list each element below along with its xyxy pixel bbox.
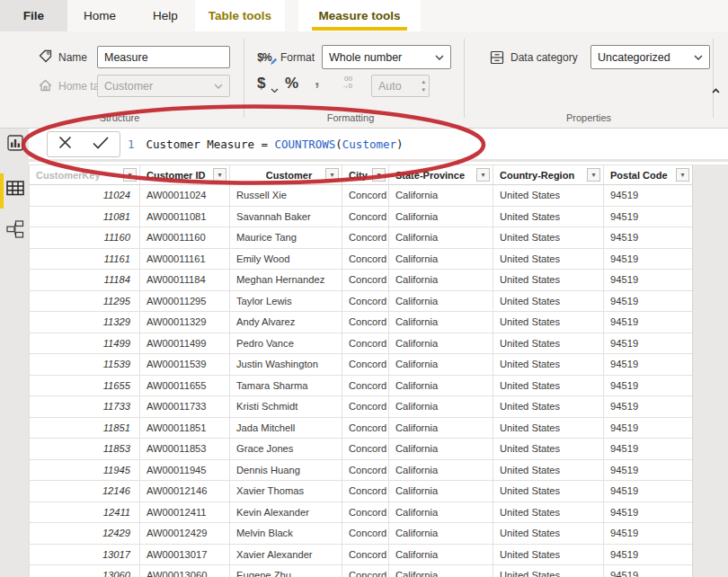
table-cell[interactable]: California [389,312,493,333]
table-cell[interactable]: Dennis Huang [230,459,342,481]
table-cell[interactable]: 12411 [30,502,140,523]
format-dropdown[interactable]: Whole number [322,45,451,69]
table-cell[interactable]: Concord [342,396,389,418]
table-cell[interactable]: Concord [342,481,389,502]
table-cell[interactable]: AW00011499 [140,333,230,354]
table-cell[interactable]: AW00011945 [140,459,230,481]
table-cell[interactable]: Concord [342,565,389,577]
table-cell[interactable]: California [389,206,493,227]
table-cell[interactable]: United States [493,396,604,418]
table-cell[interactable]: Concord [342,502,389,523]
table-cell[interactable]: Concord [342,312,389,333]
table-row[interactable]: 11539AW00011539Justin WashingtonConcordC… [30,354,693,376]
tab-file[interactable]: File [0,0,67,31]
table-cell[interactable]: 94519 [604,290,693,312]
table-cell[interactable]: 13017 [30,544,140,565]
table-cell[interactable]: United States [493,333,604,354]
table-cell[interactable]: 12146 [30,481,140,502]
table-row[interactable]: 11655AW00011655Tamara SharmaConcordCalif… [30,375,693,396]
tab-home[interactable]: Home [72,0,128,31]
home-table-dropdown[interactable]: Customer [97,75,230,97]
table-cell[interactable]: United States [493,439,604,460]
table-cell[interactable]: United States [493,502,604,523]
table-cell[interactable]: AW00011853 [140,439,230,460]
table-row[interactable]: 11329AW00011329Andy AlvarezConcordCalifo… [30,312,693,333]
table-cell[interactable]: Russell Xie [230,185,342,207]
model-view-icon[interactable] [6,220,24,238]
table-cell[interactable]: Savannah Baker [230,206,342,227]
table-cell[interactable]: Melvin Black [230,523,342,545]
table-cell[interactable]: Concord [342,459,389,481]
table-cell[interactable]: Xavier Thomas [230,481,342,502]
table-cell[interactable]: 12429 [30,523,140,545]
table-cell[interactable]: California [389,333,493,354]
table-cell[interactable]: Emily Wood [230,248,342,270]
currency-format-button[interactable]: $ [257,75,265,93]
table-cell[interactable]: 13060 [30,565,140,577]
table-cell[interactable]: 11329 [30,312,140,333]
table-cell[interactable]: Eugene Zhu [230,565,342,577]
measure-name-input[interactable]: Measure [97,46,230,68]
table-cell[interactable]: Concord [342,354,389,376]
table-cell[interactable]: California [389,185,493,207]
table-row[interactable]: 11733AW00011733Kristi SchmidtConcordCali… [30,396,693,418]
table-cell[interactable]: 11539 [30,354,140,376]
table-row[interactable]: 11161AW00011161Emily WoodConcordCaliforn… [30,248,693,270]
table-row[interactable]: 11184AW00011184Meghan HernandezConcordCa… [30,270,693,291]
table-cell[interactable]: California [389,459,493,481]
table-cell[interactable]: United States [493,206,604,227]
column-filter-button[interactable]: ▾ [123,168,137,182]
table-cell[interactable]: 94519 [604,312,693,333]
percent-format-button[interactable]: % [285,75,298,93]
table-cell[interactable]: AW00011081 [140,206,230,227]
table-cell[interactable]: AW00011329 [140,312,230,333]
table-cell[interactable]: Justin Washington [230,354,342,376]
table-cell[interactable]: 94519 [604,502,693,523]
table-row[interactable]: 13060AW00013060Eugene ZhuConcordCaliforn… [30,565,693,577]
table-cell[interactable]: AW00011655 [140,375,230,396]
table-cell[interactable]: Jada Mitchell [230,417,342,439]
table-row[interactable]: 11295AW00011295Taylor LewisConcordCalifo… [30,290,693,312]
table-cell[interactable]: Concord [342,270,389,291]
table-cell[interactable]: California [389,544,493,565]
table-cell[interactable]: United States [493,185,604,207]
table-cell[interactable]: California [389,290,493,312]
table-cell[interactable]: AW00011295 [140,290,230,312]
table-cell[interactable]: Tamara Sharma [230,375,342,396]
table-cell[interactable]: AW00012429 [140,523,230,545]
table-cell[interactable]: AW00011539 [140,354,230,376]
column-filter-button[interactable]: ▾ [587,168,600,182]
table-cell[interactable]: Concord [342,417,389,439]
table-cell[interactable]: United States [493,459,604,481]
table-cell[interactable]: Concord [342,227,389,249]
table-row[interactable]: 12429AW00012429Melvin BlackConcordCalifo… [30,523,693,545]
table-cell[interactable]: AW00011851 [140,417,230,439]
table-row[interactable]: 12411AW00012411Kevin AlexanderConcordCal… [30,502,693,523]
commit-formula-button[interactable] [93,137,109,153]
table-cell[interactable]: United States [493,417,604,439]
table-row[interactable]: 11160AW00011160Maurice TangConcordCalifo… [30,227,693,249]
table-cell[interactable]: AW00011161 [140,248,230,270]
table-cell[interactable]: United States [493,565,604,577]
currency-chevron-down-icon[interactable] [271,81,279,97]
table-cell[interactable]: AW00012411 [140,502,230,523]
table-cell[interactable]: Kevin Alexander [230,502,342,523]
thousands-separator-button[interactable]: , [315,69,320,90]
table-cell[interactable]: 94519 [604,481,693,502]
table-cell[interactable]: AW00011184 [140,270,230,291]
data-view-icon[interactable] [6,179,24,197]
table-cell[interactable]: California [389,375,493,396]
formula-bar[interactable]: 1Customer Measure = COUNTROWS(Customer) [29,129,728,162]
table-row[interactable]: 11945AW00011945Dennis HuangConcordCalifo… [30,459,693,481]
table-cell[interactable]: 11655 [30,375,140,396]
column-filter-button[interactable]: ▾ [476,168,490,182]
table-cell[interactable]: California [389,565,493,577]
table-cell[interactable]: Meghan Hernandez [230,270,342,291]
table-cell[interactable]: Taylor Lewis [230,290,342,312]
table-cell[interactable]: Concord [342,544,389,565]
table-cell[interactable]: 94519 [604,544,693,565]
column-filter-button[interactable]: ▾ [213,168,226,182]
table-cell[interactable]: Concord [342,523,389,545]
table-cell[interactable]: United States [493,544,604,565]
decimal-places-stepper[interactable]: Auto ▴▾ [371,75,430,97]
